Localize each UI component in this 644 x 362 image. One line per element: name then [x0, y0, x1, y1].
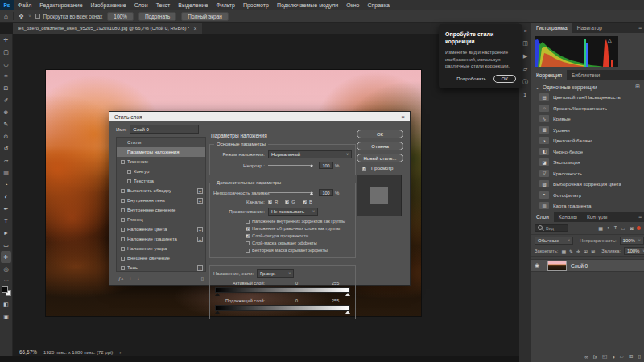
layers-footer-icon[interactable]: ◱	[602, 353, 607, 360]
panel-tab[interactable]: Контуры	[582, 212, 613, 222]
tool-button[interactable]: Т	[1, 215, 11, 227]
style-checkbox[interactable]	[121, 247, 125, 251]
layer-filter-icon[interactable]: ⊠	[630, 225, 634, 231]
dock-panel-icon[interactable]: ↥	[520, 88, 530, 101]
fill-select[interactable]: 100% ˅	[624, 247, 644, 255]
chevron-down-icon[interactable]: ˅	[29, 14, 31, 19]
style-checkbox[interactable]	[121, 257, 125, 261]
tool-button[interactable]: ▥	[1, 167, 11, 179]
tool-button[interactable]: ✒	[1, 203, 11, 215]
try-button[interactable]: Попробовать	[456, 76, 486, 81]
fill-opacity-slider[interactable]	[268, 192, 313, 193]
add-effect-instance-icon[interactable]: +	[197, 188, 203, 194]
fill-opacity-input[interactable]: 100	[319, 189, 333, 196]
layers-footer-icon[interactable]: ▯	[638, 353, 641, 360]
layers-footer-icon[interactable]: ▱	[620, 353, 624, 360]
shadow-stop[interactable]	[215, 311, 220, 314]
hand-tool-icon[interactable]: ✜	[19, 13, 24, 20]
layer-style-list-item[interactable]: Глянец +	[117, 215, 205, 224]
move-effect-down-icon[interactable]: ↓	[137, 276, 139, 281]
layer-style-list-item[interactable]: Текстура +	[117, 176, 205, 186]
home-icon[interactable]: ⌂	[4, 13, 8, 20]
adjustment-item[interactable]: ∿ Кривые	[531, 113, 644, 125]
style-checkbox[interactable]	[121, 199, 125, 203]
layers-footer-icon[interactable]: ◑	[612, 354, 615, 360]
delete-effect-icon[interactable]: ▯	[201, 275, 204, 281]
option-checkbox-row[interactable]: Слой-фигура прозрачности	[246, 233, 352, 239]
new-style-button[interactable]: Новый стиль...	[357, 154, 403, 162]
layer-thumbnail[interactable]	[547, 261, 567, 271]
adjustment-item[interactable]: ◑ Цветовой баланс	[531, 135, 644, 146]
add-effect-icon[interactable]: ƒx	[118, 276, 123, 281]
lock-icon[interactable]: ✛	[576, 249, 580, 254]
knockout-select[interactable]: Не показывать ˅	[268, 208, 318, 216]
notification-ok-button[interactable]: ОК	[493, 75, 516, 83]
add-effect-instance-icon[interactable]: +	[197, 237, 203, 242]
layer-style-list-item[interactable]: Внутреннее свечение +	[117, 205, 205, 215]
layer-style-list-item[interactable]: Тиснение +	[117, 157, 205, 167]
blend-mode-select[interactable]: Нормальный ˅	[268, 150, 352, 158]
channel-checkbox[interactable]: R	[268, 200, 278, 204]
layer-filter-icon[interactable]: ▦	[598, 225, 603, 231]
tool-button[interactable]: ▢	[1, 46, 11, 58]
layer-style-list-item[interactable]: Контур +	[117, 167, 205, 176]
menu-item[interactable]: Просмотр	[239, 0, 273, 10]
layer-filter-icon[interactable]: ▭	[621, 225, 625, 231]
lock-icon[interactable]: ⊠	[591, 249, 595, 254]
menu-item[interactable]: Слои	[130, 0, 152, 10]
status-chevron-icon[interactable]: ›	[119, 350, 121, 355]
highlight-stop[interactable]	[345, 311, 350, 314]
ok-button[interactable]: ОК	[357, 130, 403, 138]
style-checkbox[interactable]	[121, 208, 125, 212]
lock-icon[interactable]: ▦	[561, 249, 566, 254]
foreground-color-swatch[interactable]	[2, 286, 8, 293]
tool-button[interactable]: ▱	[1, 154, 11, 167]
move-effect-up-icon[interactable]: ↑	[129, 276, 131, 281]
layers-footer-icon[interactable]: fx	[593, 354, 597, 360]
panel-tab[interactable]: Каналы	[554, 212, 582, 222]
style-checkbox[interactable]	[127, 179, 131, 183]
screen-mode-icon[interactable]: ▣	[1, 311, 11, 323]
option-checkbox-row[interactable]: Векторная маска скрывает эффекты	[246, 248, 352, 253]
fullscreen-button[interactable]: Полный экран	[181, 12, 229, 21]
highlight-stop[interactable]	[345, 293, 350, 296]
panel-menu-icon[interactable]: ≡	[638, 212, 642, 222]
tool-button[interactable]: ⊙	[1, 130, 11, 142]
layer-style-list-item[interactable]: Внешнее свечение +	[117, 253, 205, 263]
close-tab-icon[interactable]: ×	[193, 26, 196, 31]
edit-toolbar-icon[interactable]: ⋯	[1, 275, 11, 284]
tool-button[interactable]: ◐	[1, 191, 11, 203]
layers-footer-icon[interactable]: ⊞	[629, 353, 633, 360]
menu-item[interactable]: Выделение	[174, 0, 212, 10]
this-layer-gradient-slider[interactable]	[215, 287, 350, 293]
layer-style-list-item[interactable]: Тень +	[117, 263, 205, 272]
close-icon[interactable]: ×	[396, 113, 410, 121]
adjustment-item[interactable]: ▥ Карта градиента	[531, 200, 644, 212]
cancel-button[interactable]: Отмена	[357, 142, 403, 150]
layer-style-list-item[interactable]: Внутренняя тень +	[117, 195, 205, 205]
scroll-all-windows-checkbox[interactable]: Прокрутка во всех окнах	[35, 14, 102, 19]
menu-item[interactable]: Текст	[152, 0, 175, 10]
channel-checkbox[interactable]: B	[303, 200, 312, 204]
opacity-slider[interactable]	[268, 165, 313, 166]
grid-view-icon[interactable]: ⊞	[635, 84, 640, 90]
layer-name-input[interactable]: Слой 0	[130, 125, 199, 134]
menu-item[interactable]: Файл	[14, 0, 35, 10]
style-checkbox[interactable]	[121, 237, 125, 241]
panel-tab[interactable]: Библиотеки	[567, 70, 605, 80]
tool-button[interactable]: ◔	[1, 179, 11, 191]
option-checkbox-row[interactable]: Наложение внутренних эффектов как группы	[246, 219, 352, 224]
adjustment-item[interactable]: ▤ Цветовой тон/Насыщенность	[531, 92, 644, 103]
shadow-stop[interactable]	[215, 293, 220, 296]
adjustment-item[interactable]: ☼ Яркость/Контрастность	[531, 103, 644, 114]
menu-item[interactable]: Редактирование	[35, 0, 86, 10]
tool-button[interactable]: ⊕	[1, 106, 11, 118]
panel-tab[interactable]: Навигатор	[572, 23, 607, 33]
document-tab[interactable]: les_ozero_otrazhenie_osen_95205_1920x108…	[13, 23, 202, 34]
style-checkbox[interactable]	[121, 218, 125, 222]
menu-item[interactable]: Окно	[342, 0, 363, 10]
tool-button[interactable]: ✐	[1, 94, 11, 106]
blend-mode-select[interactable]: Обычные ˅	[535, 237, 573, 245]
lock-icon[interactable]: ✎	[569, 249, 573, 254]
layer-style-list-item[interactable]: Наложение цвета +	[117, 224, 205, 234]
